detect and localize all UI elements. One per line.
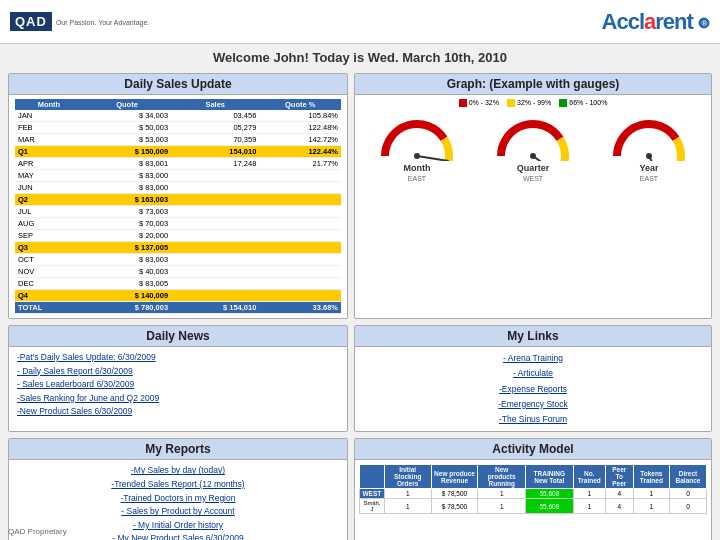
cell-month: NOV [15,266,83,278]
cell-sales [171,206,259,218]
act-tokens: 0 [670,489,707,499]
act-ipr: $ 78,500 [431,489,478,499]
col-sales: Sales [171,99,259,110]
report-link[interactable]: - Sales by Product by Account [17,505,339,519]
table-row: Q3$ 137,005 [15,242,341,254]
act-npr: 1 [478,489,526,499]
act-smith-npm: 55,608 [526,499,573,514]
report-link[interactable]: -Trended Sales Report (12 months) [17,478,339,492]
qad-label: QAD [15,14,47,29]
mylink-item[interactable]: - Arena Training [363,351,703,366]
sales-panel: Daily Sales Update Month Quote Sales Quo… [8,73,348,319]
acclarent-logo: Acclarent ® [602,9,710,35]
col-quotepct: Quote % [259,99,341,110]
col-month: Month [15,99,83,110]
cell-quote: $ 780,003 [83,302,171,314]
cell-quote: $ 73,003 [83,206,171,218]
cell-sales [171,182,259,194]
cell-sales: 70,359 [171,134,259,146]
cell-quote: $ 83,000 [83,182,171,194]
act-col-peer: Peer To Peer [605,465,633,489]
table-row: MAR$ 53,00370,359142.72% [15,134,341,146]
cell-pct: 142.72% [259,134,341,146]
gauges-panel-title: Graph: (Example with gauges) [355,74,711,95]
activity-panel-body: Initial Stocking Orders New produce Reve… [355,460,711,518]
mylink-item[interactable]: - Articulate [363,366,703,381]
act-smith-iso: 1 [384,499,431,514]
act-iso: 1 [384,489,431,499]
act-smith-trainnew: 1 [573,499,605,514]
cell-pct: 33.68% [259,302,341,314]
legend-red: 0% - 32% [459,99,499,107]
news-link[interactable]: - Daily Sales Report 6/30/2009 [17,365,339,379]
gauge-label-quarter: Quarter [517,163,550,173]
report-link[interactable]: -My Sales by day (today) [17,464,339,478]
legend-dot-yellow [507,99,515,107]
reports-panel: My Reports -My Sales by day (today)-Tren… [8,438,348,540]
act-col-train-new: TRAINING New Total [526,465,573,489]
cell-pct [259,278,341,290]
gauge-sublabel-quarter: WEST [523,175,543,182]
gauge-legend: 0% - 32% 32% - 99% 66% - 100% [359,99,707,107]
table-row: SEP$ 20,000 [15,230,341,242]
cell-pct [259,230,341,242]
news-link[interactable]: -Pat's Daily Sales Update: 6/30/2009 [17,351,339,365]
mylink-item[interactable]: -Expense Reports [363,382,703,397]
news-link[interactable]: -New Product Sales 6/30/2009 [17,405,339,419]
table-row: Q4$ 140,009 [15,290,341,302]
cell-quote: $ 40,003 [83,266,171,278]
cell-sales: 17,248 [171,158,259,170]
welcome-bar: Welcome John! Today is Wed. March 10th, … [0,44,720,69]
news-panel: Daily News -Pat's Daily Sales Update: 6/… [8,325,348,432]
table-row: JAN$ 34,00303,456105.84% [15,110,341,122]
table-row: NOV$ 40,003 [15,266,341,278]
cell-sales [171,254,259,266]
act-smith-peer: 1 [633,499,669,514]
report-link[interactable]: -Trained Doctors in my Region [17,492,339,506]
cell-pct [259,266,341,278]
news-link[interactable]: - Sales Leaderboard 6/30/2009 [17,378,339,392]
act-smith-npr: 1 [478,499,526,514]
cell-month: MAY [15,170,83,182]
col-quote: Quote [83,99,171,110]
mylinks-panel-title: My Links [355,326,711,347]
news-panel-body: -Pat's Daily Sales Update: 6/30/2009 - D… [9,347,347,423]
cell-pct: 122.48% [259,122,341,134]
mylink-item[interactable]: -Emergency Stock [363,397,703,412]
mylinks-panel: My Links - Arena Training- Articulate-Ex… [354,325,712,432]
cell-sales: 05,279 [171,122,259,134]
gauges-panel: Graph: (Example with gauges) 0% - 32% 32… [354,73,712,319]
act-col-npr: New products Running [478,465,526,489]
cell-sales: 03,456 [171,110,259,122]
cell-quote: $ 150,009 [83,146,171,158]
cell-pct: 122.44% [259,146,341,158]
table-row: TOTAL$ 780,003$ 154,01033.68% [15,302,341,314]
cell-quote: $ 50,003 [83,122,171,134]
act-peer: 1 [633,489,669,499]
cell-month: Q3 [15,242,83,254]
svg-point-7 [646,153,652,159]
table-row: DEC$ 83,005 [15,278,341,290]
cell-pct [259,290,341,302]
cell-month: Q4 [15,290,83,302]
qad-logo: QAD Our Passion. Your Advantage. [10,12,149,31]
cell-month: Q2 [15,194,83,206]
legend-dot-green [559,99,567,107]
cell-month: AUG [15,218,83,230]
cell-sales [171,218,259,230]
gauge-label-year: Year [639,163,658,173]
legend-dot-red [459,99,467,107]
news-link[interactable]: -Sales Ranking for June and Q2 2009 [17,392,339,406]
cell-month: MAR [15,134,83,146]
sales-panel-title: Daily Sales Update [9,74,347,95]
cell-month: TOTAL [15,302,83,314]
cell-sales [171,230,259,242]
gauge-svg-year [609,111,689,161]
gauge-sublabel-year: EAST [640,175,658,182]
cell-quote: $ 137,005 [83,242,171,254]
table-row: Q2$ 163,003 [15,194,341,206]
gauge-label-month: Month [404,163,431,173]
mylink-item[interactable]: -The Sinus Forum [363,412,703,427]
act-train-new: 1 [573,489,605,499]
gauge-svg-quarter [493,111,573,161]
